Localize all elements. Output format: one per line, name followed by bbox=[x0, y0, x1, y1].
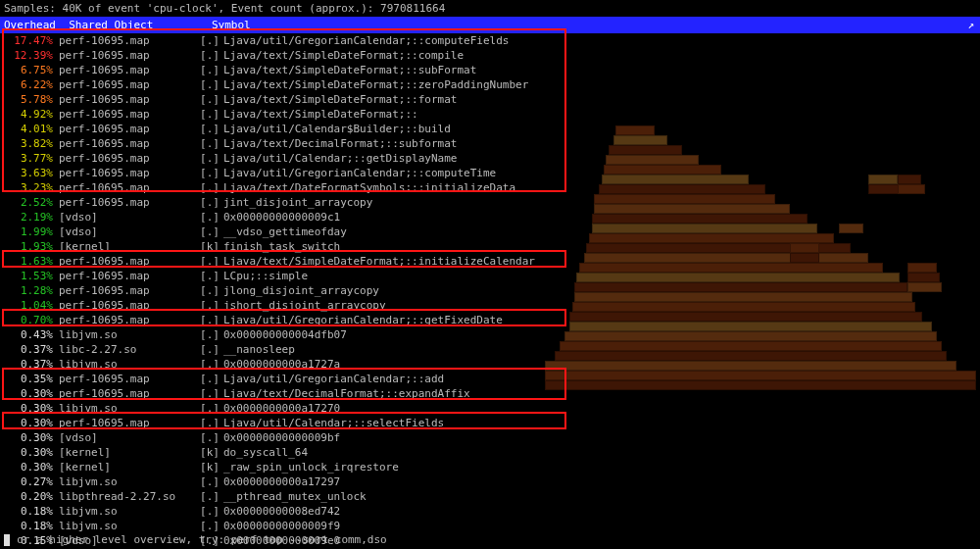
sym-tag: [.] bbox=[196, 210, 223, 225]
overhead-pct: 1.28% bbox=[4, 283, 53, 298]
sym-tag: [.] bbox=[196, 136, 223, 151]
symbol: 0x0000000000a1727a bbox=[223, 357, 340, 372]
overhead-pct: 0.30% bbox=[4, 416, 53, 430]
shared-object: perf-10695.map bbox=[59, 386, 196, 401]
shared-object: perf-10695.map bbox=[59, 107, 196, 122]
shared-object: [kernel] bbox=[59, 460, 196, 474]
symbol: 0x00000000000009f9 bbox=[223, 519, 340, 533]
column-header-bar: Overhead Shared Object Symbol ↗ bbox=[0, 17, 980, 33]
table-row[interactable]: 1.99%[vdso][.]__vdso_gettimeofday bbox=[4, 225, 976, 239]
symbol: Ljava/util/GregorianCalendar;::computeFi… bbox=[223, 33, 509, 48]
overhead-pct: 0.18% bbox=[4, 504, 53, 519]
overhead-pct: 4.01% bbox=[4, 122, 53, 136]
symbol: Ljava/text/SimpleDateFormat;::zeroPaddin… bbox=[223, 77, 528, 92]
profile-rows[interactable]: 17.47%perf-10695.map[.]Ljava/util/Gregor… bbox=[0, 33, 980, 549]
shared-object: perf-10695.map bbox=[59, 92, 196, 107]
overhead-pct: 3.77% bbox=[4, 151, 53, 166]
overhead-pct: 0.30% bbox=[4, 386, 53, 401]
sym-tag: [.] bbox=[196, 92, 223, 107]
shared-object: libjvm.so bbox=[59, 474, 196, 489]
sym-tag: [.] bbox=[196, 269, 223, 283]
perf-top-window: Samples: 40K of event 'cpu-clock', Event… bbox=[0, 0, 980, 549]
table-row[interactable]: 17.47%perf-10695.map[.]Ljava/util/Gregor… bbox=[4, 33, 976, 48]
table-row[interactable]: 1.53%perf-10695.map[.]LCpu;::simple bbox=[4, 269, 976, 283]
sym-tag: [.] bbox=[196, 283, 223, 298]
table-row[interactable]: 0.30%perf-10695.map[.]Ljava/text/Decimal… bbox=[4, 386, 976, 401]
table-row[interactable]: 0.43%libjvm.so[.]0x000000000004dfb07 bbox=[4, 327, 976, 342]
table-row[interactable]: 6.75%perf-10695.map[.]Ljava/text/SimpleD… bbox=[4, 63, 976, 77]
symbol: 0x0000000000a17297 bbox=[223, 474, 340, 489]
table-row[interactable]: 2.52%perf-10695.map[.]jint_disjoint_arra… bbox=[4, 195, 976, 210]
table-row[interactable]: 0.70%perf-10695.map[.]Ljava/util/Gregori… bbox=[4, 313, 976, 327]
shared-object: libjvm.so bbox=[59, 504, 196, 519]
table-row[interactable]: 0.30%libjvm.so[.]0x0000000000a17270 bbox=[4, 401, 976, 416]
overhead-pct: 0.37% bbox=[4, 357, 53, 372]
overhead-pct: 0.30% bbox=[4, 401, 53, 416]
overhead-pct: 1.04% bbox=[4, 298, 53, 313]
table-row[interactable]: 0.18%libjvm.so[.]0x00000000008ed742 bbox=[4, 504, 976, 519]
table-row[interactable]: 0.37%libc-2.27.so[.]__nanosleep bbox=[4, 342, 976, 357]
table-row[interactable]: 12.39%perf-10695.map[.]Ljava/text/Simple… bbox=[4, 48, 976, 63]
symbol: 0x0000000000a17270 bbox=[223, 401, 340, 416]
symbol: LCpu;::simple bbox=[223, 269, 308, 283]
symbol: _raw_spin_unlock_irqrestore bbox=[223, 460, 399, 474]
footer-hint: or a higher level overview, try: perf to… bbox=[4, 532, 387, 547]
symbol: Ljava/util/Calendar;::selectFields bbox=[223, 416, 444, 430]
external-link-icon[interactable]: ↗ bbox=[967, 18, 974, 32]
symbol: Ljava/text/SimpleDateFormat;::subFormat bbox=[223, 63, 476, 77]
symbol: Ljava/text/SimpleDateFormat;::compile bbox=[223, 48, 464, 63]
table-row[interactable]: 0.30%perf-10695.map[.]Ljava/util/Calenda… bbox=[4, 416, 976, 430]
overhead-pct: 3.23% bbox=[4, 180, 53, 195]
symbol: do_syscall_64 bbox=[223, 445, 308, 460]
table-row[interactable]: 0.18%libjvm.so[.]0x00000000000009f9 bbox=[4, 519, 976, 533]
table-row[interactable]: 4.92%perf-10695.map[.]Ljava/text/SimpleD… bbox=[4, 107, 976, 122]
sym-tag: [.] bbox=[196, 357, 223, 372]
table-row[interactable]: 3.23%perf-10695.map[.]Ljava/text/DateFor… bbox=[4, 180, 976, 195]
sym-tag: [.] bbox=[196, 372, 223, 386]
sym-tag: [.] bbox=[196, 77, 223, 92]
overhead-pct: 2.19% bbox=[4, 210, 53, 225]
symbol: __pthread_mutex_unlock bbox=[223, 489, 367, 504]
table-row[interactable]: 0.37%libjvm.so[.]0x0000000000a1727a bbox=[4, 357, 976, 372]
overhead-pct: 4.92% bbox=[4, 107, 53, 122]
table-row[interactable]: 0.30%[kernel][k]_raw_spin_unlock_irqrest… bbox=[4, 460, 976, 474]
sym-tag: [.] bbox=[196, 254, 223, 269]
symbol: __vdso_gettimeofday bbox=[223, 225, 347, 239]
table-row[interactable]: 2.19%[vdso][.]0x00000000000009c1 bbox=[4, 210, 976, 225]
shared-object: perf-10695.map bbox=[59, 283, 196, 298]
sym-tag: [.] bbox=[196, 386, 223, 401]
table-row[interactable]: 3.82%perf-10695.map[.]Ljava/text/Decimal… bbox=[4, 136, 976, 151]
table-row[interactable]: 0.30%[vdso][.]0x00000000000009bf bbox=[4, 430, 976, 445]
symbol: 0x00000000000009bf bbox=[223, 430, 340, 445]
symbol: Ljava/text/SimpleDateFormat;:: bbox=[223, 107, 418, 122]
table-row[interactable]: 3.63%perf-10695.map[.]Ljava/util/Gregori… bbox=[4, 166, 976, 180]
header: Samples: 40K of event 'cpu-clock', Event… bbox=[0, 0, 980, 33]
col-symbol: Symbol bbox=[212, 19, 251, 31]
table-row[interactable]: 0.30%[kernel][k]do_syscall_64 bbox=[4, 445, 976, 460]
shared-object: perf-10695.map bbox=[59, 416, 196, 430]
table-row[interactable]: 1.93%[kernel][k]finish_task_switch bbox=[4, 239, 976, 254]
sym-tag: [.] bbox=[196, 33, 223, 48]
table-row[interactable]: 1.28%perf-10695.map[.]jlong_disjoint_arr… bbox=[4, 283, 976, 298]
table-row[interactable]: 5.78%perf-10695.map[.]Ljava/text/SimpleD… bbox=[4, 92, 976, 107]
table-row[interactable]: 6.22%perf-10695.map[.]Ljava/text/SimpleD… bbox=[4, 77, 976, 92]
table-row[interactable]: 0.35%perf-10695.map[.]Ljava/util/Gregori… bbox=[4, 372, 976, 386]
shared-object: perf-10695.map bbox=[59, 63, 196, 77]
overhead-pct: 3.63% bbox=[4, 166, 53, 180]
table-row[interactable]: 0.20%libpthread-2.27.so[.]__pthread_mute… bbox=[4, 489, 976, 504]
overhead-pct: 5.78% bbox=[4, 92, 53, 107]
table-row[interactable]: 0.27%libjvm.so[.]0x0000000000a17297 bbox=[4, 474, 976, 489]
symbol: Ljava/text/DateFormatSymbols;::initializ… bbox=[223, 180, 515, 195]
table-row[interactable]: 1.63%perf-10695.map[.]Ljava/text/SimpleD… bbox=[4, 254, 976, 269]
overhead-pct: 0.20% bbox=[4, 489, 53, 504]
overhead-pct: 0.35% bbox=[4, 372, 53, 386]
symbol: Ljava/util/GregorianCalendar;::add bbox=[223, 372, 444, 386]
sym-tag: [.] bbox=[196, 504, 223, 519]
table-row[interactable]: 4.01%perf-10695.map[.]Ljava/util/Calenda… bbox=[4, 122, 976, 136]
table-row[interactable]: 3.77%perf-10695.map[.]Ljava/util/Calenda… bbox=[4, 151, 976, 166]
shared-object: libjvm.so bbox=[59, 519, 196, 533]
symbol: Ljava/util/GregorianCalendar;::getFixedD… bbox=[223, 313, 503, 327]
table-row[interactable]: 1.04%perf-10695.map[.]jshort_disjoint_ar… bbox=[4, 298, 976, 313]
sym-tag: [.] bbox=[196, 195, 223, 210]
sym-tag: [.] bbox=[196, 327, 223, 342]
